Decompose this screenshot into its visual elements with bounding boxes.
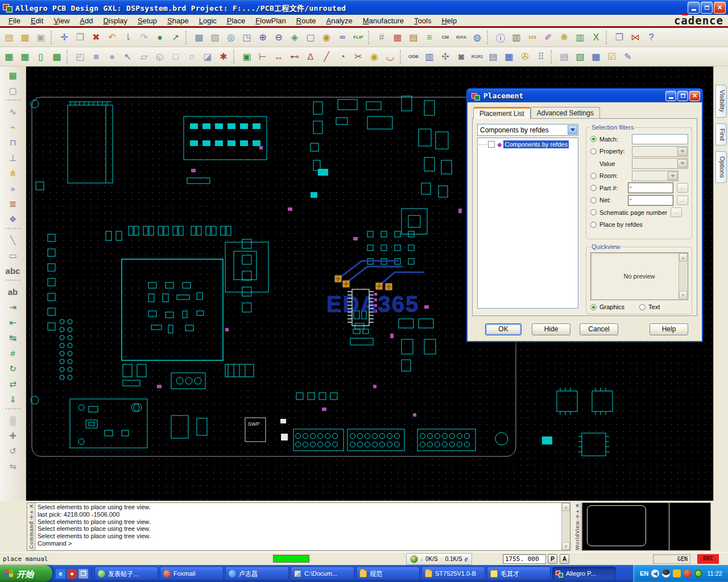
- menu-analyze[interactable]: Analyze: [321, 15, 358, 26]
- place-connector-icon[interactable]: ⊓: [5, 135, 22, 150]
- menu-tools[interactable]: Tools: [409, 15, 436, 26]
- worldview-dock-icon[interactable]: ◂: [576, 509, 578, 514]
- zoom-in-icon[interactable]: ⊕: [255, 30, 270, 45]
- window-close-button[interactable]: ✕: [714, 2, 726, 14]
- net-browse-button[interactable]: ...: [677, 196, 688, 205]
- measure-123-icon[interactable]: 123: [525, 30, 540, 45]
- odb-export-icon[interactable]: ODB: [406, 49, 421, 64]
- updater-tray-icon[interactable]: [694, 569, 702, 577]
- console-output[interactable]: Select elements to place using tree view…: [36, 503, 561, 550]
- menu-shape[interactable]: Shape: [162, 15, 194, 26]
- save-drawing-icon[interactable]: ▣: [34, 30, 48, 45]
- pattern-place-icon[interactable]: ❖: [5, 211, 22, 227]
- property-radio[interactable]: [590, 148, 597, 155]
- console-pin-icon[interactable]: ╪: [30, 514, 33, 519]
- vertex-add-icon[interactable]: ✚: [5, 428, 22, 443]
- symbols-book-icon[interactable]: ▧: [573, 49, 588, 64]
- report-summary-icon[interactable]: ▤: [557, 49, 572, 64]
- tab-visibility[interactable]: Visibility: [715, 85, 727, 118]
- schematic-page-browse-button[interactable]: ...: [671, 207, 682, 217]
- world-globe-icon[interactable]: ◍: [470, 30, 485, 45]
- arc-fillet-icon[interactable]: ◡: [383, 49, 398, 64]
- worldview-pin-icon[interactable]: ╪: [576, 514, 579, 519]
- property-select[interactable]: [632, 146, 688, 157]
- dimension-angular-icon[interactable]: ∆: [303, 49, 318, 64]
- dimension-leader-icon[interactable]: ⊷: [287, 49, 302, 64]
- schematic-page-radio[interactable]: [590, 209, 597, 215]
- scroll-down-icon[interactable]: ▼: [562, 542, 570, 550]
- menu-file[interactable]: File: [3, 15, 26, 26]
- undo-icon[interactable]: ↶: [105, 30, 119, 45]
- part-number-radio[interactable]: [590, 185, 597, 191]
- dye-highlight-icon[interactable]: ✐: [541, 30, 556, 45]
- shape-delete-island-icon[interactable]: ✱: [216, 49, 231, 64]
- part-number-input[interactable]: [628, 182, 673, 193]
- placement-dialog-titlebar[interactable]: Placement ✕: [468, 89, 702, 102]
- pin-escape-icon[interactable]: ⊥: [5, 150, 22, 165]
- tab-options[interactable]: Options: [715, 151, 727, 183]
- window-minimize-button[interactable]: [688, 2, 700, 14]
- graphics-radio[interactable]: [590, 304, 597, 310]
- idfa-view-icon[interactable]: IDFA: [454, 30, 469, 45]
- notes-pad-icon[interactable]: ▤: [486, 49, 500, 64]
- unplace-icon[interactable]: ⇓: [5, 392, 22, 407]
- shape-rect-icon[interactable]: □: [168, 49, 183, 64]
- shape-circle-filled-icon[interactable]: ●: [105, 49, 119, 64]
- dialog-maximize-button[interactable]: [677, 91, 688, 101]
- menu-setup[interactable]: Setup: [133, 15, 162, 26]
- part-number-browse-button[interactable]: ...: [677, 183, 688, 193]
- reports-icon[interactable]: ❒: [612, 30, 627, 45]
- match-input[interactable]: [632, 134, 688, 144]
- tab-placement-list[interactable]: Placement List: [473, 107, 531, 119]
- new-drawing-icon[interactable]: ▤: [2, 30, 16, 45]
- flip-design-icon[interactable]: FLIP: [351, 30, 366, 45]
- net-radio[interactable]: [590, 197, 597, 203]
- qq-tray-icon[interactable]: [662, 569, 670, 577]
- shape-rect-filled-icon[interactable]: ■: [89, 49, 104, 64]
- mirror-flip-icon[interactable]: ⇋: [5, 459, 22, 474]
- add-rect-icon[interactable]: ▭: [5, 248, 22, 263]
- slide-route-icon[interactable]: ∿: [5, 104, 22, 119]
- add-text-icon[interactable]: abc: [5, 263, 22, 278]
- checklist-icon[interactable]: ☑: [605, 49, 619, 64]
- menu-place[interactable]: Place: [222, 15, 251, 26]
- match-radio[interactable]: [590, 136, 597, 142]
- refresh-symbol-icon[interactable]: ↻: [5, 361, 22, 376]
- add-line-icon[interactable]: ╲: [5, 232, 22, 248]
- network-speed-widget[interactable]: ↓ 0K/S ↑ 0.1K/S e: [406, 553, 472, 565]
- dimension-linear-icon[interactable]: ↔: [271, 49, 286, 64]
- ie-icon[interactable]: e: [465, 555, 468, 564]
- preview-scrollbar[interactable]: ▲ ▼: [679, 253, 687, 299]
- find-zoom-icon[interactable]: ◎: [224, 30, 238, 45]
- task-st7525v1-0-b[interactable]: ST7525V1.0-B: [421, 567, 485, 580]
- grid-toggle-icon[interactable]: #: [374, 30, 389, 45]
- zoom-world-icon[interactable]: ◈: [287, 30, 302, 45]
- menu-route[interactable]: Route: [291, 15, 321, 26]
- shape-chamfer-icon[interactable]: ◪: [200, 49, 215, 64]
- stackup-icon[interactable]: ▩: [192, 30, 206, 45]
- constraint-matrix-icon[interactable]: ▦: [502, 49, 516, 64]
- room-select[interactable]: [632, 171, 679, 181]
- show-element-icon[interactable]: ⓘ: [493, 30, 508, 45]
- message-tray-icon[interactable]: [673, 569, 681, 577]
- highlight-erase-icon[interactable]: ❋: [557, 30, 572, 45]
- done-icon[interactable]: ●: [152, 30, 167, 45]
- ok-button[interactable]: OK: [485, 323, 522, 335]
- text-radio[interactable]: [639, 304, 646, 310]
- help-tool-icon[interactable]: ?: [644, 30, 659, 45]
- drc-update-icon[interactable]: X: [589, 30, 603, 45]
- compass-angle-icon[interactable]: ◔: [335, 49, 350, 64]
- color-dialog-icon[interactable]: ▦: [390, 30, 405, 45]
- view-3d-icon[interactable]: 3D: [335, 30, 350, 45]
- tab-advanced-settings[interactable]: Advanced Settings: [531, 107, 600, 119]
- menu-add[interactable]: Add: [75, 15, 98, 26]
- key-lock-icon[interactable]: ✇: [518, 49, 532, 64]
- language-indicator[interactable]: EN: [640, 570, 648, 577]
- placement-category-select[interactable]: Components by refdes: [477, 124, 578, 136]
- board-bottom-icon[interactable]: ▦: [18, 49, 32, 64]
- snap-grid-icon[interactable]: #: [5, 346, 22, 361]
- menu-manufacture[interactable]: Manufacture: [358, 15, 409, 26]
- cm-highlight-icon[interactable]: CM: [438, 30, 453, 45]
- dimension-diametral-icon[interactable]: ╱: [319, 49, 334, 64]
- layer-cross-section-icon[interactable]: ≡: [422, 30, 437, 45]
